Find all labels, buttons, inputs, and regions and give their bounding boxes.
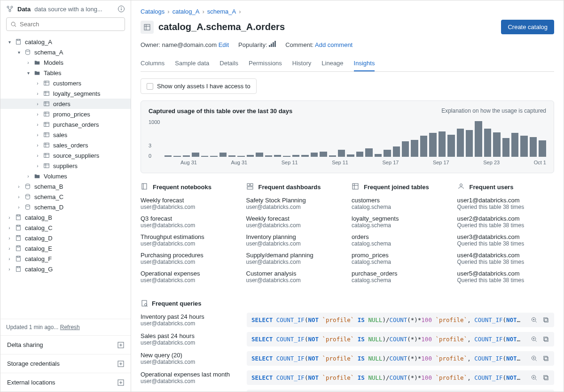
- freq-item[interactable]: Q3 forecastuser@databricks.com: [141, 215, 238, 229]
- freq-item[interactable]: Safety Stock Planninguser@databricks.com: [246, 197, 344, 210]
- freq-item[interactable]: customerscatalog.schema: [352, 197, 449, 210]
- chevron-icon: ▾: [26, 70, 31, 76]
- tree-item-loyalty_segments[interactable]: ›loyalty_segments: [0, 88, 131, 99]
- chart-bar: [429, 133, 436, 157]
- sidebar-footer-delta-sharing[interactable]: Delta sharing: [0, 335, 131, 354]
- tab-columns[interactable]: Columns: [141, 56, 164, 71]
- freq-item[interactable]: Throughput estimationsuser@databricks.co…: [141, 233, 238, 247]
- tab-permissions[interactable]: Permissions: [249, 56, 282, 71]
- tab-lineage[interactable]: Lineage: [321, 56, 343, 71]
- tab-history[interactable]: History: [292, 56, 311, 71]
- tree-item-label: catalog_B: [25, 214, 52, 221]
- freq-item[interactable]: promo_pricescatalog.schema: [352, 252, 449, 265]
- freq-item[interactable]: Weekly forecastuser@databricks.com: [141, 197, 238, 210]
- tree-item-tables[interactable]: ▾Tables: [0, 68, 131, 78]
- copy-icon[interactable]: [542, 374, 549, 381]
- tree-item-models[interactable]: ›Models: [0, 57, 131, 68]
- tree-item-sales[interactable]: ›sales: [0, 130, 131, 140]
- query-meta[interactable]: Sales past 24 hoursuser@databricks.com: [141, 332, 239, 346]
- show-only-checkbox[interactable]: Show only assets I have access to: [141, 78, 257, 94]
- breadcrumb-catalogs[interactable]: Catalogs: [141, 8, 164, 15]
- freq-item[interactable]: user3@databricks.comQueried this table 3…: [457, 233, 555, 247]
- tab-insights[interactable]: Insights: [354, 56, 375, 71]
- freq-item[interactable]: user5@databricks.comQueried this table 3…: [457, 270, 555, 284]
- query-meta[interactable]: New query (20)user@databricks.com: [141, 352, 239, 365]
- copy-icon[interactable]: [542, 316, 549, 323]
- zoom-icon[interactable]: [531, 336, 538, 343]
- catalog-icon: [15, 255, 22, 262]
- tree-item-catalog_c[interactable]: ›catalog_C: [0, 223, 131, 233]
- freq-item[interactable]: Inventory planninguser@databricks.com: [246, 233, 344, 247]
- tree-item-suppliers[interactable]: ›suppliers: [0, 161, 131, 171]
- sidebar-footer-external-locations[interactable]: External locations: [0, 373, 131, 392]
- plus-icon: [118, 379, 124, 386]
- query-sql[interactable]: SELECT COUNT_IF(NOT `profile` IS NULL)/C…: [247, 351, 554, 366]
- tree-item-customers[interactable]: ›customers: [0, 78, 131, 88]
- search-input-wrap[interactable]: [6, 17, 125, 31]
- create-catalog-button[interactable]: Create catalog: [501, 20, 554, 34]
- chart-bar: [502, 138, 509, 157]
- freq-item[interactable]: user1@databricks.comQueried this table 3…: [457, 197, 555, 210]
- tree-item-catalog_e[interactable]: ›catalog_E: [0, 243, 131, 254]
- svg-rect-5: [121, 8, 121, 10]
- title-row: catalog_A.schema_A.orders Create catalog: [141, 20, 554, 34]
- tree-item-volumes[interactable]: ›Volumes: [0, 171, 131, 181]
- tree-item-schema_c[interactable]: ›schema_C: [0, 192, 131, 202]
- chart-explain-link[interactable]: Explanation on how the usage is captured: [441, 108, 546, 115]
- tree-item-source_suppliers[interactable]: ›source_suppliers: [0, 150, 131, 161]
- query-sql[interactable]: SELECT COUNT_IF(NOT `profile` IS NULL)/C…: [247, 332, 554, 346]
- tree-item-schema_b[interactable]: ›schema_B: [0, 181, 131, 192]
- tab-details[interactable]: Details: [219, 56, 238, 71]
- freq-item[interactable]: loyalty_segmentscatalog.schema: [352, 215, 449, 229]
- freq-item[interactable]: orderscatalog.schema: [352, 233, 449, 247]
- freq-item[interactable]: Weekly forecastuser@databricks.com: [246, 215, 344, 229]
- sidebar-footer-storage-credentials[interactable]: Storage credentials: [0, 354, 131, 373]
- search-input[interactable]: [20, 21, 121, 28]
- tree-item-promo_prices[interactable]: ›promo_prices: [0, 109, 131, 119]
- freq-item[interactable]: purchase_orderscatalog.schema: [352, 270, 449, 284]
- tree-item-label: schema_B: [34, 183, 63, 190]
- freq-item[interactable]: user2@databricks.comQueried this table 3…: [457, 215, 555, 229]
- add-comment-link[interactable]: Add comment: [315, 41, 352, 48]
- query-sql[interactable]: SELECT COUNT_IF(NOT `profile` IS NULL)/C…: [247, 313, 554, 327]
- tree-item-catalog_b[interactable]: ›catalog_B: [0, 212, 131, 223]
- tab-sample-data[interactable]: Sample data: [175, 56, 209, 71]
- chart-bar: [237, 156, 244, 157]
- copy-icon[interactable]: [542, 355, 549, 362]
- freq-item[interactable]: Operational expensesuser@databricks.com: [141, 270, 238, 284]
- query-sql[interactable]: SELECT COUNT_IF(NOT `profile` IS NULL)/C…: [247, 390, 554, 392]
- tree-item-catalog_g[interactable]: ›catalog_G: [0, 264, 131, 274]
- svg-rect-17: [44, 154, 49, 158]
- svg-rect-38: [142, 184, 147, 189]
- frequent-users: Frequent users user1@databricks.comQueri…: [457, 183, 555, 288]
- refresh-link[interactable]: Refresh: [60, 324, 80, 331]
- zoom-icon[interactable]: [531, 316, 538, 323]
- query-sql[interactable]: SELECT COUNT_IF(NOT `profile` IS NULL)/C…: [247, 370, 554, 385]
- zoom-icon[interactable]: [531, 355, 538, 362]
- breadcrumb-schema_a[interactable]: schema_A: [207, 8, 236, 15]
- svg-rect-29: [17, 246, 19, 247]
- breadcrumb-catalog_a[interactable]: catalog_A: [172, 8, 200, 15]
- zoom-icon[interactable]: [531, 374, 538, 381]
- info-icon[interactable]: [118, 5, 125, 13]
- freq-item[interactable]: Purchasing proceduresuser@databricks.com: [141, 252, 238, 265]
- tree-item-schema_a[interactable]: ▾schema_A: [0, 47, 131, 57]
- copy-icon[interactable]: [542, 336, 549, 343]
- frequent-dashboards: Frequent dashboards Safety Stock Plannin…: [246, 183, 344, 288]
- owner-edit-link[interactable]: Edit: [219, 41, 229, 48]
- tree-item-schema_d[interactable]: ›schema_D: [0, 202, 131, 212]
- plus-icon: [118, 342, 124, 348]
- query-meta[interactable]: Inventory past 24 hoursuser@databricks.c…: [141, 313, 239, 327]
- chevron-icon: ›: [7, 236, 12, 241]
- freq-item[interactable]: Supply/demand planninguser@databricks.co…: [246, 252, 344, 265]
- tree-item-catalog_a[interactable]: ▾catalog_A: [0, 37, 131, 47]
- plus-icon: [118, 361, 124, 367]
- freq-item[interactable]: user4@databricks.comQueried this table 3…: [457, 252, 555, 265]
- tree-item-orders[interactable]: ›orders: [0, 99, 131, 109]
- tree-item-purchase_orders[interactable]: ›purchase_orders: [0, 119, 131, 130]
- query-meta[interactable]: Operational expenses last monthuser@data…: [141, 371, 239, 384]
- tree-item-sales_orders[interactable]: ›sales_orders: [0, 140, 131, 150]
- tree-item-catalog_f[interactable]: ›catalog_F: [0, 254, 131, 264]
- tree-item-catalog_d[interactable]: ›catalog_D: [0, 233, 131, 243]
- freq-item[interactable]: Customer analysisuser@databricks.com: [246, 270, 344, 284]
